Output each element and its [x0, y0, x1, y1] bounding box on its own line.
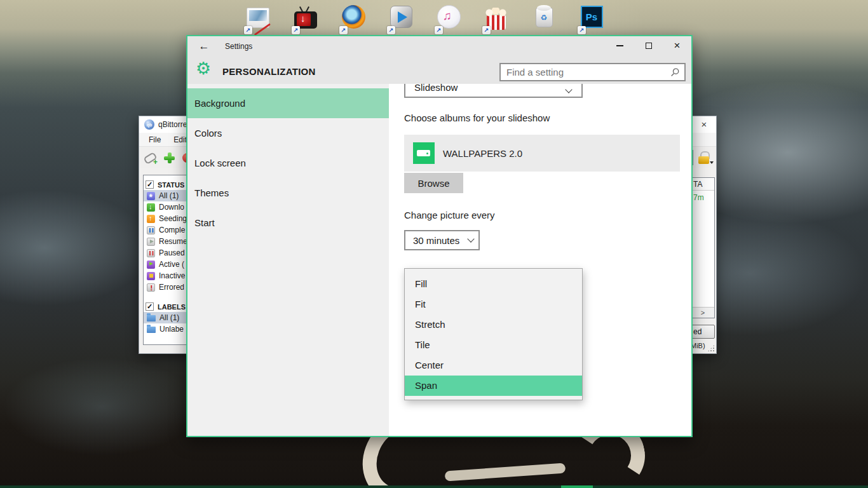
- page-title: PERSONALIZATION: [222, 66, 316, 77]
- inactive-icon: [147, 272, 155, 280]
- filter-label: Unlabe: [159, 325, 184, 334]
- completed-icon: [147, 226, 155, 234]
- chevron-down-icon: [565, 86, 572, 93]
- filter-label: Downlo: [159, 203, 184, 212]
- taskbar-hidden-edge: [0, 485, 868, 488]
- settings-sidebar: Background Colors Lock screen Themes Sta…: [187, 84, 389, 436]
- qbittorrent-logo-icon: qb: [144, 119, 154, 130]
- search-icon: [670, 67, 680, 77]
- chevron-down-icon: [468, 235, 475, 242]
- maximize-icon: [646, 43, 652, 49]
- taskbar-hidden-edge-highlight: [561, 485, 593, 488]
- background-type-dropdown[interactable]: Slideshow: [404, 84, 583, 98]
- itunes-icon: [437, 5, 461, 29]
- back-button[interactable]: ←: [195, 38, 213, 55]
- horizontal-scrollbar-arrow[interactable]: >: [691, 307, 714, 318]
- filter-label: Resume: [159, 237, 187, 246]
- fit-option-center[interactable]: Center: [405, 355, 582, 376]
- filter-label: Active (: [159, 260, 184, 269]
- minimize-button[interactable]: [606, 36, 634, 55]
- seeding-icon: [147, 215, 155, 223]
- errored-icon: [147, 283, 155, 292]
- window-title: Settings: [225, 42, 252, 51]
- statusbar-text-fragment: MiB): [691, 342, 705, 349]
- shortcut-arrow-icon: ↗: [482, 26, 491, 34]
- fit-option-tile[interactable]: Tile: [405, 335, 582, 355]
- media-player-icon: [390, 6, 412, 28]
- photoshop-icon: Ps: [581, 6, 603, 28]
- close-button[interactable]: ×: [663, 36, 691, 55]
- active-icon: [147, 261, 155, 269]
- eta-column-header[interactable]: TA: [691, 178, 714, 191]
- fit-dropdown-list: Fill Fit Stretch Tile Center Span: [404, 268, 583, 400]
- eta-value: 7m: [691, 191, 714, 202]
- labels-checkbox[interactable]: ✓: [146, 302, 154, 311]
- album-item[interactable]: WALLPAPERS 2.0: [404, 135, 680, 172]
- settings-window: ← Settings × ⚙ PERSONALIZATION Backgroun…: [186, 35, 693, 437]
- filter-label: Errored: [159, 283, 184, 292]
- lock-dropdown-arrow-icon[interactable]: [710, 161, 714, 164]
- fit-option-span[interactable]: Span: [405, 376, 582, 396]
- folder-icon: [147, 315, 156, 322]
- album-thumbnail-icon: [413, 142, 435, 164]
- change-picture-label: Change picture every: [404, 210, 495, 220]
- maximize-button[interactable]: [634, 36, 663, 55]
- shortcut-arrow-icon: ↗: [244, 26, 252, 34]
- sidebar-item-background[interactable]: Background: [187, 88, 389, 118]
- resize-grip[interactable]: [707, 344, 715, 352]
- menu-file[interactable]: File: [143, 134, 166, 146]
- gear-icon: ⚙: [196, 59, 211, 78]
- status-checkbox[interactable]: ✓: [146, 180, 154, 189]
- filter-label: All (1): [159, 191, 179, 200]
- antenna-icon: [299, 6, 303, 12]
- sidebar-item-colors[interactable]: Colors: [187, 118, 389, 148]
- desktop-icon-photo-viewer[interactable]: ↗: [245, 5, 271, 34]
- sidebar-item-lock-screen[interactable]: Lock screen: [187, 148, 389, 178]
- wallpaper-paint-stroke: [445, 463, 566, 481]
- sidebar-item-start[interactable]: Start: [187, 208, 389, 238]
- downloading-icon: [147, 203, 155, 212]
- fit-option-stretch[interactable]: Stretch: [405, 315, 582, 335]
- filter-label: Seeding: [159, 214, 187, 223]
- qbittorrent-close-button[interactable]: ×: [697, 118, 711, 131]
- background-type-value: Slideshow: [414, 84, 458, 93]
- search-box: [499, 63, 686, 81]
- sidebar-item-themes[interactable]: Themes: [187, 178, 389, 208]
- add-torrent-link-icon[interactable]: [144, 151, 156, 164]
- statusbar-button-fragment[interactable]: ed: [691, 325, 715, 339]
- desktop-icon-popcorn-time[interactable]: ↗: [483, 5, 510, 34]
- shortcut-arrow-icon: ↗: [578, 26, 586, 34]
- photoshop-label: Ps: [586, 11, 597, 22]
- desktop-icon-firefox[interactable]: ↗: [340, 5, 367, 34]
- search-input[interactable]: [499, 63, 686, 81]
- lock-icon[interactable]: [698, 151, 709, 164]
- firefox-icon: [342, 5, 365, 29]
- desktop-icon-itunes[interactable]: ↗: [435, 5, 462, 34]
- interval-dropdown[interactable]: 30 minutes: [404, 230, 480, 250]
- minimize-icon: [616, 45, 623, 46]
- interval-value: 30 minutes: [413, 235, 459, 246]
- albums-label: Choose albums for your slideshow: [404, 112, 550, 123]
- status-header-label: STATUS: [158, 181, 184, 189]
- desktop-icon-tv-downloader[interactable]: ↗: [292, 5, 319, 34]
- filter-label: Comple: [159, 226, 185, 234]
- desktop-icon-photoshop[interactable]: Ps ↗: [578, 5, 605, 34]
- labels-header-label: LABELS: [158, 303, 186, 311]
- filter-label: All (1): [159, 313, 179, 322]
- desktop-icon-media-player[interactable]: ↗: [388, 5, 414, 34]
- torrent-list-fragment: TA 7m >: [691, 177, 715, 318]
- browse-button[interactable]: Browse: [404, 173, 463, 193]
- shortcut-arrow-icon: ↗: [435, 26, 443, 34]
- recycle-bin-icon: [536, 8, 553, 27]
- fit-option-fit[interactable]: Fit: [405, 294, 582, 315]
- photo-viewer-icon: [247, 8, 269, 28]
- settings-content: Slideshow Choose albums for your slidesh…: [389, 84, 691, 436]
- folder-icon: [147, 327, 156, 333]
- filter-label: Paused: [159, 248, 185, 257]
- fit-option-fill[interactable]: Fill: [405, 274, 582, 294]
- filter-label: Inactive: [159, 271, 185, 280]
- shortcut-arrow-icon: ↗: [387, 26, 395, 34]
- qbittorrent-title: qBittorre: [158, 120, 187, 129]
- desktop-icon-recycle-bin[interactable]: [531, 5, 557, 34]
- add-torrent-file-icon[interactable]: [163, 152, 175, 164]
